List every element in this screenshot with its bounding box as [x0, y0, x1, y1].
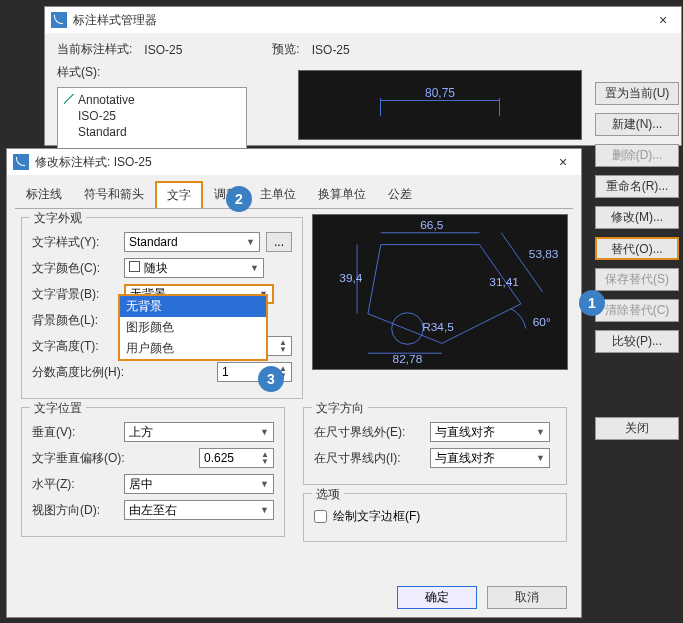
list-item[interactable]: ISO-25: [64, 108, 240, 124]
text-style-combo[interactable]: Standard▼: [124, 232, 260, 252]
current-style-value: ISO-25: [144, 43, 182, 57]
save-override-button[interactable]: 保存替代(S): [595, 268, 679, 291]
styles-label: 样式(S):: [57, 64, 100, 81]
spinner-arrows-icon[interactable]: ▲▼: [279, 339, 287, 353]
text-direction-group: 文字方向 在尺寸界线外(E): 与直线对齐▼ 在尺寸界线内(I): 与直线对齐▼: [303, 407, 567, 485]
vertical-combo[interactable]: 上方▼: [124, 422, 274, 442]
group-title: 选项: [312, 486, 344, 503]
tab-bar: 标注线 符号和箭头 文字 调整 主单位 换算单位 公差: [15, 181, 573, 209]
dropdown-option[interactable]: 无背景: [120, 296, 266, 317]
close-icon[interactable]: ×: [551, 154, 575, 170]
dim-preview-panel: 66,5 39,4 82,78 R34,5 60° 53,83 31,41: [312, 214, 568, 370]
outside-combo[interactable]: 与直线对齐▼: [430, 422, 550, 442]
bg-color-label: 背景颜色(L):: [32, 312, 118, 329]
svg-text:39,4: 39,4: [339, 271, 362, 285]
group-title: 文字方向: [312, 400, 368, 417]
close-icon[interactable]: ×: [651, 12, 675, 28]
chevron-down-icon: ▼: [536, 427, 545, 437]
list-item[interactable]: Annotative: [64, 92, 240, 108]
callout-badge-2: 2: [226, 186, 252, 212]
current-style-label: 当前标注样式:: [57, 41, 132, 58]
viewdir-label: 视图方向(D):: [32, 502, 118, 519]
chevron-down-icon: ▼: [536, 453, 545, 463]
chevron-down-icon: ▼: [260, 479, 269, 489]
tab-alt[interactable]: 换算单位: [307, 181, 377, 208]
app-logo-icon: [51, 12, 67, 28]
horizontal-label: 水平(Z):: [32, 476, 118, 493]
offset-spinner[interactable]: 0.625▲▼: [199, 448, 274, 468]
preview-label: 预览:: [272, 41, 299, 58]
draw-frame-checkbox[interactable]: [314, 510, 327, 523]
svg-text:82,78: 82,78: [393, 352, 423, 366]
tab-tol[interactable]: 公差: [377, 181, 423, 208]
text-bg-dropdown[interactable]: 无背景 图形颜色 用户颜色: [118, 294, 268, 361]
dropdown-option[interactable]: 图形颜色: [120, 317, 266, 338]
svg-text:53,83: 53,83: [529, 247, 559, 261]
horizontal-combo[interactable]: 居中▼: [124, 474, 274, 494]
text-bg-label: 文字背景(B):: [32, 286, 118, 303]
svg-text:66,5: 66,5: [420, 218, 443, 232]
frac-scale-label: 分数高度比例(H):: [32, 364, 142, 381]
svg-point-1: [392, 313, 424, 345]
rename-button[interactable]: 重命名(R)...: [595, 175, 679, 198]
dialog-title: 标注样式管理器: [73, 12, 651, 29]
app-logo-icon: [13, 154, 29, 170]
close-button[interactable]: 关闭: [595, 417, 679, 440]
style-preview-panel: 80,75: [298, 70, 582, 140]
vertical-label: 垂直(V):: [32, 424, 118, 441]
side-button-column: 置为当前(U) 新建(N)... 删除(D)... 重命名(R)... 修改(M…: [595, 82, 681, 448]
callout-badge-3: 3: [258, 366, 284, 392]
dropdown-option[interactable]: 用户颜色: [120, 338, 266, 359]
svg-text:31,41: 31,41: [489, 275, 519, 289]
text-height-label: 文字高度(T):: [32, 338, 118, 355]
spinner-arrows-icon[interactable]: ▲▼: [261, 451, 269, 465]
chevron-down-icon: ▼: [250, 263, 259, 273]
outside-label: 在尺寸界线外(E):: [314, 424, 424, 441]
modify-button[interactable]: 修改(M)...: [595, 206, 679, 229]
new-button[interactable]: 新建(N)...: [595, 113, 679, 136]
text-color-combo[interactable]: 随块▼: [124, 258, 264, 278]
styles-listbox[interactable]: Annotative ISO-25 Standard: [57, 87, 247, 157]
ok-button[interactable]: 确定: [397, 586, 477, 609]
set-current-button[interactable]: 置为当前(U): [595, 82, 679, 105]
tab-arrow[interactable]: 符号和箭头: [73, 181, 155, 208]
override-button[interactable]: 替代(O)...: [595, 237, 679, 260]
inside-combo[interactable]: 与直线对齐▼: [430, 448, 550, 468]
titlebar: 修改标注样式: ISO-25 ×: [7, 149, 581, 175]
text-color-label: 文字颜色(C):: [32, 260, 118, 277]
titlebar: 标注样式管理器 ×: [45, 7, 681, 33]
chevron-down-icon: ▼: [260, 505, 269, 515]
group-title: 文字位置: [30, 400, 86, 417]
dialog-buttons: 确定 取消: [397, 586, 567, 609]
group-title: 文字外观: [30, 210, 86, 227]
delete-button[interactable]: 删除(D)...: [595, 144, 679, 167]
tab-text[interactable]: 文字: [155, 181, 203, 208]
chevron-down-icon: ▼: [260, 427, 269, 437]
preview-dim-text: 80,75: [425, 86, 455, 100]
offset-label: 文字垂直偏移(O):: [32, 450, 142, 467]
draw-frame-label: 绘制文字边框(F): [333, 508, 420, 525]
options-group: 选项 绘制文字边框(F): [303, 493, 567, 542]
svg-text:R34,5: R34,5: [422, 320, 454, 334]
callout-badge-1: 1: [579, 290, 605, 316]
tab-primary[interactable]: 主单位: [249, 181, 307, 208]
browse-button[interactable]: ...: [266, 232, 292, 252]
inside-label: 在尺寸界线内(I):: [314, 450, 424, 467]
dialog-title: 修改标注样式: ISO-25: [35, 154, 551, 171]
clear-override-button[interactable]: 清除替代(C): [595, 299, 679, 322]
compare-button[interactable]: 比较(P)...: [595, 330, 679, 353]
svg-text:60°: 60°: [533, 315, 551, 329]
viewdir-combo[interactable]: 由左至右▼: [124, 500, 274, 520]
cancel-button[interactable]: 取消: [487, 586, 567, 609]
chevron-down-icon: ▼: [246, 237, 255, 247]
list-item[interactable]: Standard: [64, 124, 240, 140]
tab-line[interactable]: 标注线: [15, 181, 73, 208]
text-style-label: 文字样式(Y):: [32, 234, 118, 251]
text-placement-group: 文字位置 垂直(V): 上方▼ 文字垂直偏移(O): 0.625▲▼ 水平(Z)…: [21, 407, 285, 537]
preview-value: ISO-25: [312, 43, 350, 57]
